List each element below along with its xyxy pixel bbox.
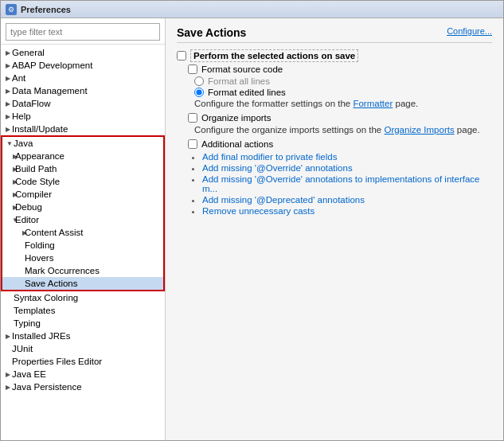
tree-arrow-hovers xyxy=(2,252,25,263)
organize-row: Organize imports xyxy=(177,113,492,123)
list-item[interactable]: Add missing '@Deprecated' annotations xyxy=(202,195,492,205)
format-edited-label[interactable]: Format edited lines xyxy=(208,88,286,97)
sidebar: ▶General▶ABAP Development▶Ant▶Data Manag… xyxy=(1,18,166,440)
configure-link[interactable]: Configure... xyxy=(447,26,492,36)
tree-arrow-ant: ▶ xyxy=(1,72,12,84)
sidebar-item-ant[interactable]: ▶Ant xyxy=(1,72,165,84)
sidebar-item-data-mgmt[interactable]: ▶Data Management xyxy=(1,84,165,97)
perform-checkbox[interactable] xyxy=(177,51,186,60)
tree-label-build-path: Build Path xyxy=(15,164,163,174)
organize-checkbox[interactable] xyxy=(188,113,197,123)
filter-box xyxy=(1,18,165,45)
tree-label-compiler: Compiler xyxy=(15,189,163,199)
sidebar-item-content-assist[interactable]: ▶Content Assist xyxy=(2,226,163,239)
sidebar-item-save-actions[interactable]: Save Actions xyxy=(2,277,163,290)
tree-label-ant: Ant xyxy=(12,73,165,83)
tree-label-syntax-coloring: Syntax Coloring xyxy=(14,293,165,302)
format-all-label[interactable]: Format all lines xyxy=(208,76,270,86)
sidebar-item-build-path[interactable]: ▶Build Path xyxy=(2,162,163,175)
sidebar-item-editor[interactable]: ▼Editor xyxy=(2,213,163,226)
list-item[interactable]: Add final modifier to private fields xyxy=(202,152,492,162)
sidebar-item-general[interactable]: ▶General xyxy=(1,46,165,59)
sidebar-item-compiler[interactable]: ▶Compiler xyxy=(2,188,163,201)
sidebar-item-typing[interactable]: Typing xyxy=(1,317,165,330)
tree-arrow-data-mgmt: ▶ xyxy=(1,85,12,96)
main-content: ▶General▶ABAP Development▶Ant▶Data Manag… xyxy=(1,18,503,440)
tree-label-java-persistence: Java Persistence xyxy=(12,382,165,392)
format-source-checkbox[interactable] xyxy=(188,64,197,74)
sidebar-item-debug[interactable]: ▶Debug xyxy=(2,201,163,213)
panel-title: Save Actions xyxy=(177,26,492,43)
format-all-radio[interactable] xyxy=(194,76,204,86)
tree-label-debug: Debug xyxy=(15,202,163,212)
sidebar-item-folding[interactable]: Folding xyxy=(2,239,163,252)
tree-label-appearance: Appearance xyxy=(15,151,163,161)
list-item[interactable]: Add missing '@Override' annotations to i… xyxy=(202,174,492,193)
organize-section: Organize imports Configure the organize … xyxy=(177,113,492,135)
sidebar-item-syntax-coloring[interactable]: Syntax Coloring xyxy=(1,291,165,304)
sidebar-item-install[interactable]: ▶Install/Update xyxy=(1,123,165,135)
tree-arrow-installed-jres: ▶ xyxy=(1,330,12,341)
sidebar-item-properties-files-editor[interactable]: Properties Files Editor xyxy=(1,355,165,368)
tree-arrow-debug: ▶ xyxy=(2,201,15,213)
tree-label-abap: ABAP Development xyxy=(12,60,165,70)
sidebar-item-java[interactable]: ▼Java xyxy=(2,137,163,150)
organize-label[interactable]: Organize imports xyxy=(201,113,272,123)
tree-arrow-mark-occurrences xyxy=(2,265,25,276)
sidebar-item-mark-occurrences[interactable]: Mark Occurrences xyxy=(2,264,163,277)
sidebar-item-appearance[interactable]: ▶Appearance xyxy=(2,150,163,162)
tree-label-templates: Templates xyxy=(14,306,165,315)
list-item[interactable]: Remove unnecessary casts xyxy=(202,206,492,216)
list-item[interactable]: Add missing '@Override' annotations xyxy=(202,163,492,173)
tree-label-java: Java xyxy=(14,139,163,148)
tree-label-java-ee: Java EE xyxy=(12,369,165,379)
tree-arrow-templates xyxy=(1,305,14,316)
organize-text: Configure the organize imports settings … xyxy=(177,125,492,135)
tree-label-general: General xyxy=(12,48,165,57)
tree-arrow-folding xyxy=(2,240,25,251)
sidebar-item-junit[interactable]: JUnit xyxy=(1,342,165,355)
window-title: Preferences xyxy=(21,5,71,14)
sidebar-item-java-ee[interactable]: ▶Java EE xyxy=(1,368,165,381)
sidebar-item-dataflow[interactable]: ▶DataFlow xyxy=(1,97,165,110)
sidebar-item-abap[interactable]: ▶ABAP Development xyxy=(1,59,165,72)
tree-label-junit: JUnit xyxy=(12,344,165,353)
format-source-label[interactable]: Format source code xyxy=(201,64,283,74)
filter-input[interactable] xyxy=(6,23,160,41)
tree-arrow-install: ▶ xyxy=(1,123,12,135)
tree-arrow-java-ee: ▶ xyxy=(1,369,12,380)
additional-label[interactable]: Additional actions xyxy=(201,139,273,149)
tree-label-content-assist: Content Assist xyxy=(25,228,163,237)
tree-label-data-mgmt: Data Management xyxy=(12,86,165,96)
preferences-window: ⚙ Preferences ▶General▶ABAP Development▶… xyxy=(0,0,504,441)
tree-label-installed-jres: Installed JREs xyxy=(12,331,165,341)
sidebar-item-java-persistence[interactable]: ▶Java Persistence xyxy=(1,381,165,393)
organize-imports-link[interactable]: Organize Imports xyxy=(384,125,454,135)
sidebar-item-installed-jres[interactable]: ▶Installed JREs xyxy=(1,330,165,342)
titlebar: ⚙ Preferences xyxy=(1,1,503,18)
tree: ▶General▶ABAP Development▶Ant▶Data Manag… xyxy=(1,45,165,440)
formatter-link[interactable]: Formatter xyxy=(353,99,393,108)
tree-label-typing: Typing xyxy=(14,318,165,328)
tree-arrow-general: ▶ xyxy=(1,47,12,58)
tree-arrow-typing xyxy=(1,318,14,329)
tree-arrow-abap: ▶ xyxy=(1,60,12,71)
format-edited-radio[interactable] xyxy=(194,88,204,97)
sidebar-item-help[interactable]: ▶Help xyxy=(1,110,165,123)
tree-arrow-editor: ▼ xyxy=(2,214,15,225)
tree-arrow-content-assist: ▶ xyxy=(2,227,25,238)
tree-arrow-junit xyxy=(1,343,12,354)
formatter-text: Configure the formatter settings on the … xyxy=(177,99,492,108)
sidebar-item-templates[interactable]: Templates xyxy=(1,304,165,317)
sidebar-item-hovers[interactable]: Hovers xyxy=(2,252,163,264)
additional-section: Additional actions Add final modifier to… xyxy=(177,139,492,216)
tree-arrow-properties-files-editor xyxy=(1,356,12,367)
perform-label[interactable]: Perform the selected actions on save xyxy=(190,49,358,62)
tree-arrow-code-style: ▶ xyxy=(2,176,15,187)
tree-label-dataflow: DataFlow xyxy=(12,99,165,108)
perform-row: Perform the selected actions on save xyxy=(177,49,492,62)
bullet-list: Add final modifier to private fieldsAdd … xyxy=(177,152,492,216)
additional-checkbox[interactable] xyxy=(188,139,197,149)
perform-section: Perform the selected actions on save For… xyxy=(177,49,492,108)
sidebar-item-code-style[interactable]: ▶Code Style xyxy=(2,175,163,188)
